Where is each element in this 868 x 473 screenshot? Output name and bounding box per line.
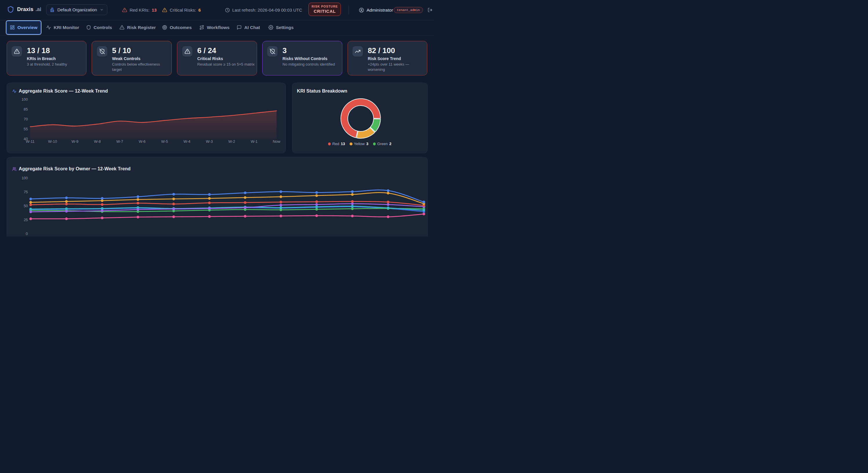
svg-text:Now: Now xyxy=(273,139,281,144)
svg-text:W-9: W-9 xyxy=(71,139,78,144)
svg-text:0: 0 xyxy=(26,232,28,236)
svg-text:75: 75 xyxy=(24,190,28,194)
svg-text:100: 100 xyxy=(22,97,28,101)
svg-text:50: 50 xyxy=(24,204,28,208)
svg-text:W-4: W-4 xyxy=(183,139,190,144)
svg-text:70: 70 xyxy=(24,117,28,121)
svg-text:W-2: W-2 xyxy=(228,139,235,144)
svg-text:85: 85 xyxy=(24,107,28,112)
svg-text:W-5: W-5 xyxy=(161,139,168,144)
svg-text:25: 25 xyxy=(24,218,28,222)
svg-text:W-3: W-3 xyxy=(206,139,213,144)
svg-text:55: 55 xyxy=(24,127,28,131)
svg-text:100: 100 xyxy=(22,176,28,180)
svg-text:W-11: W-11 xyxy=(26,139,34,144)
svg-text:W-8: W-8 xyxy=(94,139,101,144)
svg-text:W-6: W-6 xyxy=(139,139,146,144)
svg-text:W-7: W-7 xyxy=(116,139,123,144)
svg-text:W-1: W-1 xyxy=(251,139,258,144)
svg-text:W-10: W-10 xyxy=(48,139,57,144)
